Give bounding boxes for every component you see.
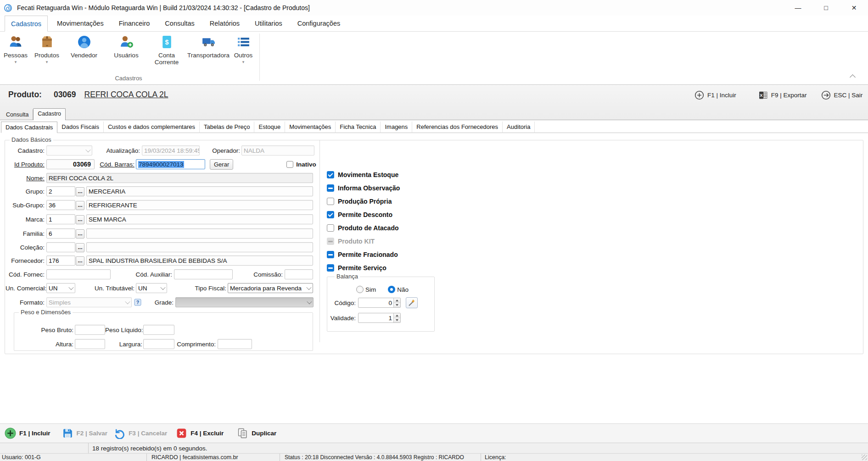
- tab-cadastro[interactable]: Cadastro: [33, 108, 66, 120]
- flag-produto-de-atacado[interactable]: Produto de Atacado: [327, 222, 399, 234]
- subtab-imagens[interactable]: Imagens: [381, 122, 412, 133]
- cadastro-page: Dados CadastraisDados FiscaisCustos e da…: [0, 120, 868, 423]
- comissao-field[interactable]: [285, 269, 313, 279]
- peso-bruto-field[interactable]: [75, 325, 105, 335]
- atualizacao-select[interactable]: 19/03/2024 18:59:45: [142, 145, 200, 156]
- radio-sim[interactable]: [356, 286, 364, 293]
- ribbon-item-transportadora[interactable]: Transportadora▾: [185, 34, 231, 64]
- subtab-estoque[interactable]: Estoque: [254, 122, 285, 133]
- familia-desc-field[interactable]: [86, 228, 313, 239]
- spin-down-button[interactable]: [394, 318, 400, 323]
- gerar-codigo-balanca-button[interactable]: [406, 297, 418, 308]
- flag-producao-propria[interactable]: Produção Própria: [327, 195, 392, 208]
- menu-item-cadastros[interactable]: Cadastros: [5, 16, 48, 32]
- cadastro-select[interactable]: [46, 145, 92, 156]
- ribbon-item-outros[interactable]: Outros▾: [232, 34, 254, 64]
- menu-item-utilitarios[interactable]: Utilitarios: [249, 16, 288, 31]
- subtab-dados-fiscais[interactable]: Dados Fiscais: [57, 122, 104, 133]
- ribbon-item-usuarios[interactable]: Usuários▾: [112, 34, 140, 64]
- toolbar-duplicar[interactable]: Duplicar: [237, 428, 276, 439]
- peso-liquido-field[interactable]: [143, 325, 174, 335]
- colecao-desc-field[interactable]: [86, 242, 313, 252]
- id-produto-field[interactable]: 03069: [46, 159, 95, 169]
- cod-auxiliar-field[interactable]: [174, 269, 233, 279]
- subtab-custos-e-dados-complementares[interactable]: Custos e dados complementares: [104, 122, 200, 133]
- tipo-fiscal-select[interactable]: Mercadoria para Revenda: [228, 283, 313, 293]
- header-action-esc-sair[interactable]: ESC | Sair: [821, 90, 863, 100]
- familia-code-field[interactable]: 6: [46, 228, 75, 239]
- menu-item-consultas[interactable]: Consultas: [159, 16, 200, 31]
- cod-fornec-field[interactable]: [46, 269, 111, 279]
- product-label: Produto:: [8, 90, 42, 100]
- spin-down-button[interactable]: [394, 303, 400, 308]
- gerar-button[interactable]: Gerar: [210, 159, 233, 170]
- marca-desc-field[interactable]: SEM MARCA: [86, 214, 313, 224]
- toolbar-f1-incluir[interactable]: F1 | Incluir: [5, 428, 50, 439]
- formato-select[interactable]: Simples: [46, 297, 132, 307]
- menu-item-configuracoes[interactable]: Configurações: [291, 16, 347, 31]
- tab-consulta[interactable]: Consulta: [1, 109, 33, 120]
- chevron-down-icon: ▾: [33, 60, 61, 64]
- subtab-auditoria[interactable]: Auditoria: [503, 122, 535, 133]
- ribbon-item-conta-corrente[interactable]: $Conta Corrente▾: [153, 34, 180, 71]
- altura-field[interactable]: [75, 339, 105, 349]
- flag-permite-desconto[interactable]: Permite Desconto: [327, 208, 392, 221]
- flag-permite-servico[interactable]: Permite Serviço: [327, 261, 386, 274]
- maximize-button[interactable]: □: [812, 0, 840, 16]
- colecao-browse-button[interactable]: ...: [76, 243, 84, 252]
- familia-browse-button[interactable]: ...: [76, 229, 84, 239]
- toolbar-f3-cancelar[interactable]: F3 | Cancelar: [114, 428, 167, 439]
- spin-up-button[interactable]: [394, 298, 400, 303]
- subtab-movimentacoes[interactable]: Movimentações: [285, 122, 336, 133]
- grupo-desc-field[interactable]: MERCEARIA: [86, 186, 313, 196]
- spin-up-button[interactable]: [394, 313, 400, 318]
- fornecedor-desc-field[interactable]: SPAL INDUSTRIA BRASILEIRA DE BEBIDAS S/A: [86, 255, 313, 266]
- ribbon-item-produtos[interactable]: Produtos▾: [33, 34, 61, 64]
- validade-stepper[interactable]: 1: [358, 313, 401, 323]
- inativo-checkbox[interactable]: Inativo: [286, 161, 316, 168]
- header-action-f9-exportar[interactable]: XF9 | Exportar: [758, 90, 807, 100]
- comprimento-field[interactable]: [218, 339, 252, 349]
- toolbar-f4-excluir[interactable]: F4 | Excluir: [176, 428, 224, 439]
- subtab-dados-cadastrais[interactable]: Dados Cadastrais: [1, 122, 57, 133]
- grupo-browse-button[interactable]: ...: [76, 187, 84, 196]
- subtab-referencias-dos-fornecedores[interactable]: Referencias dos Fornecedores: [412, 122, 503, 133]
- ribbon-item-vendedor[interactable]: Vendedor▾: [68, 34, 100, 64]
- colecao-code-field[interactable]: [46, 242, 75, 252]
- resize-grip[interactable]: [862, 455, 867, 460]
- header-action-f1-incluir[interactable]: F1 | Incluir: [694, 90, 736, 100]
- un-comercial-select[interactable]: UN: [46, 283, 75, 293]
- menu-item-financeiro[interactable]: Financeiro: [113, 16, 156, 31]
- operador-field[interactable]: NALDA: [241, 145, 314, 156]
- help-icon[interactable]: ?: [134, 299, 141, 306]
- cod-barras-field[interactable]: 7894900027013: [136, 159, 205, 169]
- toolbar-f2-salvar[interactable]: F2 | Salvar: [62, 428, 108, 439]
- menu-item-movimentacoes[interactable]: Movimentações: [51, 16, 110, 31]
- radio-nao[interactable]: [388, 286, 395, 293]
- ribbon-item-pessoas[interactable]: Pessoas▾: [3, 34, 28, 64]
- product-name-link[interactable]: REFRI COCA COLA 2L: [84, 90, 168, 100]
- sub-grupo-desc-field[interactable]: REFRIGERANTE: [86, 200, 313, 210]
- flag-movimenta-estoque[interactable]: Movimenta Estoque: [327, 168, 398, 181]
- marca-browse-button[interactable]: ...: [76, 215, 84, 224]
- close-button[interactable]: ✕: [840, 0, 868, 16]
- subtab-tabelas-de-preco[interactable]: Tabelas de Preço: [200, 122, 254, 133]
- flag-produto-kit[interactable]: Produto KIT: [327, 235, 375, 248]
- grupo-code-field[interactable]: 2: [46, 186, 75, 196]
- ribbon-collapse-button[interactable]: [851, 75, 855, 80]
- grade-select[interactable]: [175, 297, 314, 307]
- largura-field[interactable]: [143, 339, 174, 349]
- marca-code-field[interactable]: 1: [46, 214, 75, 224]
- minimize-button[interactable]: —: [784, 0, 812, 16]
- fornecedor-browse-button[interactable]: ...: [76, 256, 84, 266]
- subtab-ficha-tecnica[interactable]: Ficha Tecnica: [336, 122, 381, 133]
- sub-grupo-browse-button[interactable]: ...: [76, 201, 84, 210]
- un-tributavel-select[interactable]: UN: [136, 283, 167, 293]
- menu-item-relatorios[interactable]: Relatórios: [204, 16, 246, 31]
- nome-field[interactable]: REFRI COCA COLA 2L: [46, 173, 313, 183]
- fornecedor-code-field[interactable]: 176: [46, 255, 75, 266]
- flag-informa-observacao[interactable]: Informa Observação: [327, 182, 400, 194]
- codigo-stepper[interactable]: 0: [358, 298, 401, 308]
- flag-permite-fracionado[interactable]: Permite Fracionado: [327, 248, 398, 261]
- sub-grupo-code-field[interactable]: 36: [46, 200, 75, 210]
